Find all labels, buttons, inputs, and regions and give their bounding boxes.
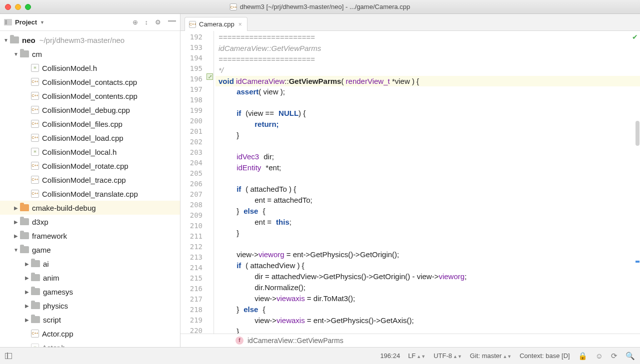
function-icon: f: [236, 337, 244, 345]
tree-label: cm: [32, 50, 42, 58]
code-text: ======================: [218, 33, 315, 41]
tree-label: physics: [43, 302, 68, 310]
tab-label: Camera.cpp: [199, 20, 234, 28]
cpp-file-icon: C++: [31, 78, 39, 86]
cpp-file-icon: C++: [31, 120, 39, 128]
project-sidebar: Project ▼ ⊕ ↕ ⚙ — ▼ neo ~/prj/dhewm3-mas…: [0, 14, 180, 347]
inspection-ok-icon[interactable]: ✔: [632, 33, 638, 41]
editor-area: C++ Camera.cpp × 192 193 194 195 196 197…: [180, 14, 640, 347]
tree-file[interactable]: HCollisionModel.h: [0, 61, 180, 75]
tree-folder[interactable]: ▶script: [0, 313, 180, 327]
cpp-file-icon: C++: [31, 162, 39, 170]
tool-window-toggle-icon[interactable]: [5, 353, 12, 359]
folder-icon: [31, 274, 40, 281]
project-tree[interactable]: ▼ neo ~/prj/dhewm3-master/neo ▼ cm HColl…: [0, 31, 180, 347]
tree-file[interactable]: C++Actor.cpp: [0, 327, 180, 341]
folder-icon: [31, 260, 40, 267]
inspector-icon[interactable]: ☺: [596, 352, 603, 360]
sidebar-title-text: Project: [15, 18, 37, 26]
hide-sidebar-icon[interactable]: —: [168, 18, 176, 26]
tree-label: ai: [43, 260, 49, 268]
window-title: C++ dhewm3 [~/prj/dhewm3-master/neo] - .…: [230, 3, 410, 10]
folder-icon: [31, 288, 40, 295]
scrollbar-marker[interactable]: [636, 261, 640, 263]
folder-icon: [20, 232, 29, 239]
tree-file[interactable]: HCollisionModel_local.h: [0, 145, 180, 159]
tree-label: CollisionModel_trace.cpp: [42, 176, 126, 184]
cpp-file-icon: C++: [31, 190, 39, 198]
context-selector[interactable]: Context: base [D]: [520, 352, 570, 360]
settings-icon[interactable]: ⚙: [155, 18, 161, 26]
tree-label: CollisionModel.h: [42, 64, 97, 72]
sidebar-header: Project ▼ ⊕ ↕ ⚙ —: [0, 14, 180, 31]
search-icon[interactable]: 🔍: [626, 352, 635, 361]
tree-label: CollisionModel_debug.cpp: [42, 106, 130, 114]
line-separator-selector[interactable]: LF▲▼: [408, 352, 426, 360]
encoding-selector[interactable]: UTF-8▲▼: [434, 352, 462, 360]
editor-tabbar: C++ Camera.cpp ×: [180, 14, 640, 31]
close-tab-icon[interactable]: ×: [238, 21, 242, 28]
scrollbar-thumb[interactable]: [636, 121, 640, 146]
tree-root[interactable]: ▼ neo ~/prj/dhewm3-master/neo: [0, 33, 180, 47]
tree-file[interactable]: C++CollisionModel_trace.cpp: [0, 173, 180, 187]
sidebar-view-selector[interactable]: Project ▼: [4, 18, 44, 26]
tree-folder-cm[interactable]: ▼ cm: [0, 47, 180, 61]
fold-toggle-icon[interactable]: ⤢: [206, 73, 213, 80]
close-window-button[interactable]: [5, 4, 11, 10]
collapse-icon[interactable]: ↕: [145, 18, 148, 26]
tree-folder[interactable]: ▶physics: [0, 299, 180, 313]
tree-folder[interactable]: ▶gamesys: [0, 285, 180, 299]
tree-folder[interactable]: ▶anim: [0, 271, 180, 285]
window-title-text: dhewm3 [~/prj/dhewm3-master/neo] - .../g…: [240, 3, 410, 10]
tree-folder-cmake[interactable]: ▶cmake-build-debug: [0, 201, 180, 215]
tree-file[interactable]: C++CollisionModel_contents.cpp: [0, 89, 180, 103]
tree-file[interactable]: C++CollisionModel_files.cpp: [0, 117, 180, 131]
folder-icon: [10, 36, 19, 43]
tree-label: game: [32, 246, 51, 254]
title-bar: C++ dhewm3 [~/prj/dhewm3-master/neo] - .…: [0, 0, 640, 14]
cpp-file-icon: C++: [31, 176, 39, 184]
structure-breadcrumb[interactable]: f idCameraView::GetViewParms: [180, 334, 640, 347]
lock-icon[interactable]: 🔒: [578, 352, 588, 361]
editor-tab[interactable]: C++ Camera.cpp ×: [184, 17, 248, 31]
tree-label: CollisionModel_contacts.cpp: [42, 78, 137, 86]
cpp-file-icon: C++: [189, 21, 196, 28]
window-controls: [5, 4, 31, 10]
dropdown-caret-icon: ▼: [40, 20, 44, 25]
tree-file[interactable]: C++CollisionModel_load.cpp: [0, 131, 180, 145]
tree-label: Actor.cpp: [42, 330, 74, 338]
tree-label: Actor.h: [42, 344, 66, 348]
cpp-file-icon: C++: [230, 3, 237, 10]
tree-file[interactable]: C++CollisionModel_contacts.cpp: [0, 75, 180, 89]
tree-label: anim: [43, 274, 60, 282]
header-file-icon: H: [31, 344, 39, 347]
highlighted-line: void idCameraView::GetViewParms( renderV…: [216, 76, 640, 86]
tree-file[interactable]: C++CollisionModel_debug.cpp: [0, 103, 180, 117]
tree-label: script: [43, 316, 61, 324]
tree-folder[interactable]: ▶framework: [0, 229, 180, 243]
folder-icon: [31, 302, 40, 309]
tree-file[interactable]: C++CollisionModel_rotate.cpp: [0, 159, 180, 173]
folder-icon: [31, 316, 40, 323]
tree-folder-game[interactable]: ▼game: [0, 243, 180, 257]
minimize-window-button[interactable]: [15, 4, 21, 10]
git-branch-selector[interactable]: Git: master▲▼: [470, 352, 512, 360]
tree-label: d3xp: [32, 218, 48, 226]
code-editor[interactable]: 192 193 194 195 196 197 198 199 200 201 …: [180, 31, 640, 334]
sync-icon[interactable]: ⟳: [611, 352, 618, 361]
tree-file[interactable]: C++CollisionModel_translate.cpp: [0, 187, 180, 201]
code-content[interactable]: ====================== idCameraView::Get…: [216, 31, 640, 334]
cursor-position[interactable]: 196:24: [380, 352, 400, 360]
folder-icon: [20, 246, 29, 253]
code-text: ======================: [218, 55, 315, 63]
tree-folder[interactable]: ▶ai: [0, 257, 180, 271]
line-gutter: 192 193 194 195 196 197 198 199 200 201 …: [180, 31, 206, 334]
fold-column[interactable]: ⤢: [206, 31, 214, 334]
tree-folder[interactable]: ▶d3xp: [0, 215, 180, 229]
project-view-icon: [4, 19, 12, 25]
tree-file[interactable]: HActor.h: [0, 341, 180, 347]
locate-icon[interactable]: ⊕: [132, 18, 138, 26]
zoom-window-button[interactable]: [25, 4, 31, 10]
cpp-file-icon: C++: [31, 106, 39, 114]
tree-label: CollisionModel_load.cpp: [42, 134, 124, 142]
